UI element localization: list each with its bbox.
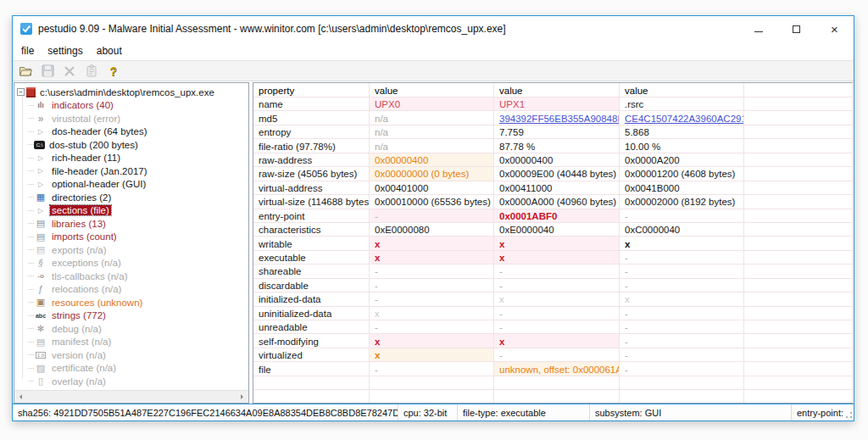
tree-connector xyxy=(28,302,34,303)
copy-button[interactable] xyxy=(82,62,101,80)
close-file-button[interactable] xyxy=(60,62,79,80)
tree-item-dos-header[interactable]: dos-header (64 bytes) xyxy=(16,125,248,139)
tree-item-strings[interactable]: strings (772) xyxy=(16,309,248,323)
maximize-button[interactable] xyxy=(777,16,815,42)
pe-file-icon xyxy=(26,87,36,97)
tree-item-dos-stub[interactable]: dos-stub (200 bytes) xyxy=(16,138,248,152)
close-button[interactable]: × xyxy=(815,16,854,42)
tree-item-relocations[interactable]: relocations (n/a) xyxy=(16,283,248,297)
exceptions-icon xyxy=(34,258,47,269)
tree-connector xyxy=(28,328,34,329)
filler-cell xyxy=(744,334,853,348)
tree-item-optional-header[interactable]: optional-header (GUI) xyxy=(16,178,248,192)
open-file-button[interactable] xyxy=(16,62,35,80)
table-header-row: propertyvaluevaluevalue xyxy=(253,83,853,97)
value-cell: x xyxy=(620,237,744,250)
filler-cell xyxy=(744,292,853,306)
value-cell: 0x0041B000 xyxy=(620,181,744,195)
table-row: virtual-size (114688 bytes)0x00010000 (6… xyxy=(253,195,853,209)
filler-cell xyxy=(744,181,853,195)
minimize-button[interactable] xyxy=(739,16,777,42)
property-cell: writable xyxy=(253,237,370,250)
chevron-icon xyxy=(34,179,47,190)
certificate-icon xyxy=(34,363,47,374)
menu-bar: filesettingsabout xyxy=(13,42,854,60)
value-cell: - xyxy=(620,334,744,348)
value-cell: 0x00010000 (65536 bytes) xyxy=(370,195,494,209)
tree-connector xyxy=(28,170,34,171)
table-row: discardable--- xyxy=(253,279,853,292)
scroll-right-arrow-icon[interactable] xyxy=(236,391,248,403)
tree-item-directories[interactable]: directories (2) xyxy=(16,191,248,204)
title-bar[interactable]: pestudio 9.09 - Malware Initial Assessme… xyxy=(13,16,854,42)
md5-link-cell[interactable]: CE4C1507422A3960AC29103... xyxy=(620,111,744,125)
tree-item-sections[interactable]: sections (file) xyxy=(16,204,248,218)
tree-connector xyxy=(28,381,34,382)
menu-item-file[interactable]: file xyxy=(14,43,41,58)
tree-horizontal-scrollbar[interactable] xyxy=(14,390,248,403)
collapse-toggle[interactable]: − xyxy=(17,88,25,96)
scroll-left-arrow-icon[interactable] xyxy=(14,391,26,403)
value-cell: - xyxy=(494,307,620,320)
tree-connector xyxy=(28,249,34,250)
value-cell: 0x00002000 (8192 bytes) xyxy=(620,195,744,209)
filler-cell xyxy=(744,153,853,167)
pestudio-window: pestudio 9.09 - Malware Initial Assessme… xyxy=(12,15,854,421)
tree-item-version[interactable]: version (n/a) xyxy=(16,348,248,362)
tree-item-virustotal[interactable]: virustotal (error) xyxy=(16,112,248,125)
tree-connector xyxy=(28,368,34,369)
value-cell: - xyxy=(620,348,744,362)
tree-item-label: strings (772) xyxy=(50,310,108,320)
tree-item-tls-callbacks[interactable]: tls-callbacks (n/a) xyxy=(16,270,248,283)
column-header-value-2[interactable]: value xyxy=(494,83,620,97)
tree-item-indicators[interactable]: indicators (40) xyxy=(16,99,248,113)
value-cell: - xyxy=(370,209,494,223)
property-cell xyxy=(253,390,370,404)
tree-item-exports[interactable]: exports (n/a) xyxy=(16,243,248,257)
tree-root-item[interactable]: −c:\users\admin\desktop\remcos_upx.exe xyxy=(16,86,248,99)
tree-item-debug[interactable]: debug (n/a) xyxy=(16,322,248,336)
value-cell: 0x00411000 xyxy=(494,181,620,195)
column-header-value-1[interactable]: value xyxy=(370,83,494,97)
resize-grip[interactable] xyxy=(843,404,854,421)
menu-item-settings[interactable]: settings xyxy=(41,43,89,58)
tree-connector xyxy=(28,210,34,211)
manifest-icon xyxy=(34,337,47,348)
value-cell: 0x00009E00 (40448 bytes) xyxy=(494,167,620,181)
save-button[interactable] xyxy=(38,62,57,80)
tree-item-rich-header[interactable]: rich-header (11) xyxy=(16,152,248,165)
tree-connector xyxy=(28,342,34,343)
column-header-value-3[interactable]: value xyxy=(620,83,744,97)
tree-item-resources[interactable]: resources (unknown) xyxy=(16,296,248,309)
property-cell: virtual-size (114688 bytes) xyxy=(253,195,370,209)
value-cell: - xyxy=(494,320,620,334)
tree-item-overlay[interactable]: overlay (n/a) xyxy=(16,375,248,388)
table-row: raw-size (45056 bytes)0x00000000 (0 byte… xyxy=(253,167,853,181)
tree-connector xyxy=(28,197,34,198)
window-controls: × xyxy=(739,16,854,42)
tree-item-exceptions[interactable]: exceptions (n/a) xyxy=(16,257,248,270)
value-cell: x xyxy=(370,348,494,362)
column-header-property[interactable]: property xyxy=(253,83,370,97)
property-cell: executable xyxy=(253,251,370,265)
value-cell: unknown, offset: 0x000061A... xyxy=(494,362,620,376)
help-button[interactable]: ? xyxy=(104,62,123,80)
tree-item-certificate[interactable]: certificate (n/a) xyxy=(16,362,248,376)
tree-item-label: tls-callbacks (n/a) xyxy=(50,271,129,281)
value-cell xyxy=(494,390,620,404)
resources-icon xyxy=(34,297,47,308)
tree-item-libraries[interactable]: libraries (13) xyxy=(16,217,248,231)
tree-item-manifest[interactable]: manifest (n/a) xyxy=(16,336,248,349)
table-row: writablexxx xyxy=(253,237,853,250)
md5-link-cell[interactable]: 394392FF56EB355A90848BD... xyxy=(494,111,620,125)
table-row: nameUPX0UPX1.rsrc xyxy=(253,97,853,111)
value-cell: x xyxy=(620,292,744,306)
close-icon: × xyxy=(831,23,838,36)
value-cell: - xyxy=(370,362,494,376)
tree-item-label: optional-header (GUI) xyxy=(50,179,147,189)
tree-item-imports[interactable]: imports (count) xyxy=(16,231,248,244)
tree-item-file-header[interactable]: file-header (Jan.2017) xyxy=(16,164,248,178)
property-cell: entry-point xyxy=(253,209,370,223)
property-cell xyxy=(253,376,370,390)
menu-item-about[interactable]: about xyxy=(90,43,129,58)
